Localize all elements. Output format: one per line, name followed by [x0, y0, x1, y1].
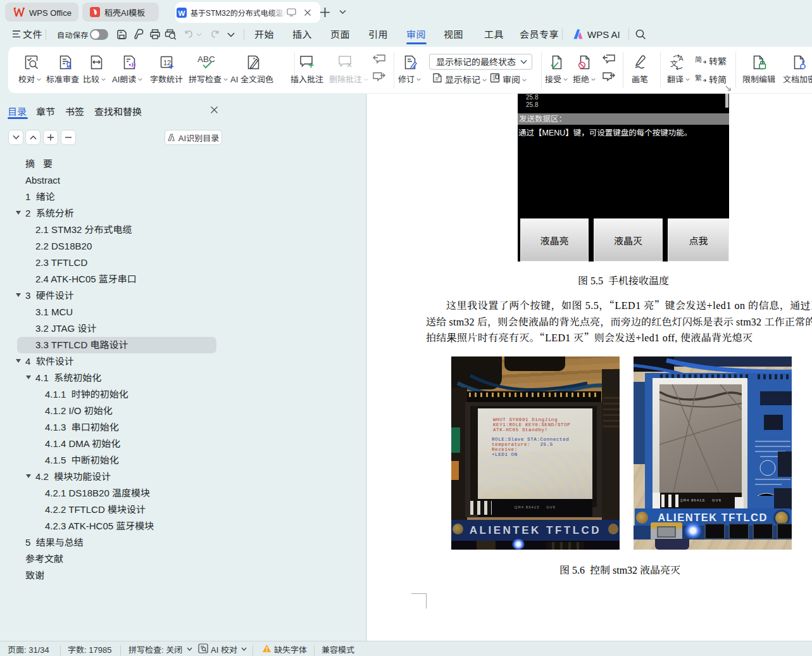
svg-text:12: 12	[163, 59, 171, 66]
svg-text:文: 文	[670, 58, 678, 68]
svg-text:ABC: ABC	[197, 54, 215, 64]
svg-text:繁: 繁	[695, 73, 702, 82]
svg-text:简: 简	[695, 54, 702, 64]
svg-text:A: A	[679, 54, 684, 62]
